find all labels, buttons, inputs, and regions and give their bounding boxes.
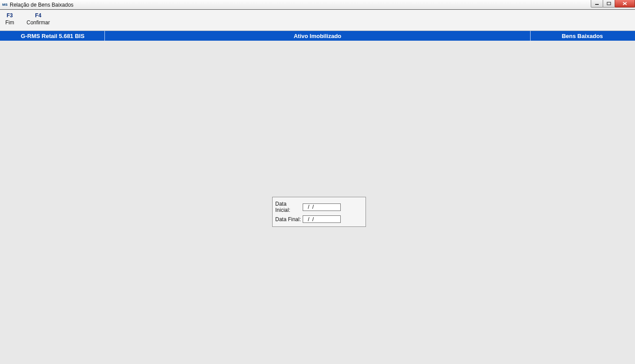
menu-fkey: F4 — [35, 12, 41, 19]
content-area: Data Inicial: Data Final: — [0, 41, 635, 364]
form-row-data-inicial: Data Inicial: — [275, 201, 362, 213]
menu-fkey: F3 — [7, 12, 13, 19]
maximize-icon — [607, 2, 611, 5]
minimize-button[interactable] — [591, 0, 603, 8]
menu-label: Fim — [5, 19, 14, 26]
svg-rect-1 — [607, 2, 611, 5]
window-controls — [591, 0, 635, 8]
form-row-data-final: Data Final: — [275, 215, 362, 223]
data-final-input[interactable] — [303, 215, 341, 223]
minimize-icon — [595, 2, 599, 5]
menu-bar: F3 Fim F4 Confirmar — [0, 10, 635, 31]
svg-rect-0 — [595, 4, 599, 5]
menu-label: Confirmar — [27, 19, 50, 26]
data-inicial-input[interactable] — [303, 203, 341, 211]
date-range-form: Data Inicial: Data Final: — [272, 197, 366, 227]
section-header: G-RMS Retail 5.681 BIS Ativo Imobilizado… — [0, 31, 635, 41]
close-icon — [622, 2, 627, 5]
app-icon: MS — [2, 2, 8, 8]
close-button[interactable] — [615, 0, 635, 8]
title-bar: MS Relação de Bens Baixados — [0, 0, 635, 10]
header-center: Ativo Imobilizado — [105, 33, 530, 39]
menu-item-fim[interactable]: F3 Fim — [3, 11, 17, 27]
data-inicial-label: Data Inicial: — [275, 201, 303, 213]
header-right: Bens Baixados — [530, 31, 634, 41]
data-final-label: Data Final: — [275, 216, 303, 222]
window-title: Relação de Bens Baixados — [10, 2, 73, 8]
header-left: G-RMS Retail 5.681 BIS — [1, 31, 105, 41]
maximize-button[interactable] — [603, 0, 615, 8]
menu-item-confirmar[interactable]: F4 Confirmar — [24, 11, 53, 27]
